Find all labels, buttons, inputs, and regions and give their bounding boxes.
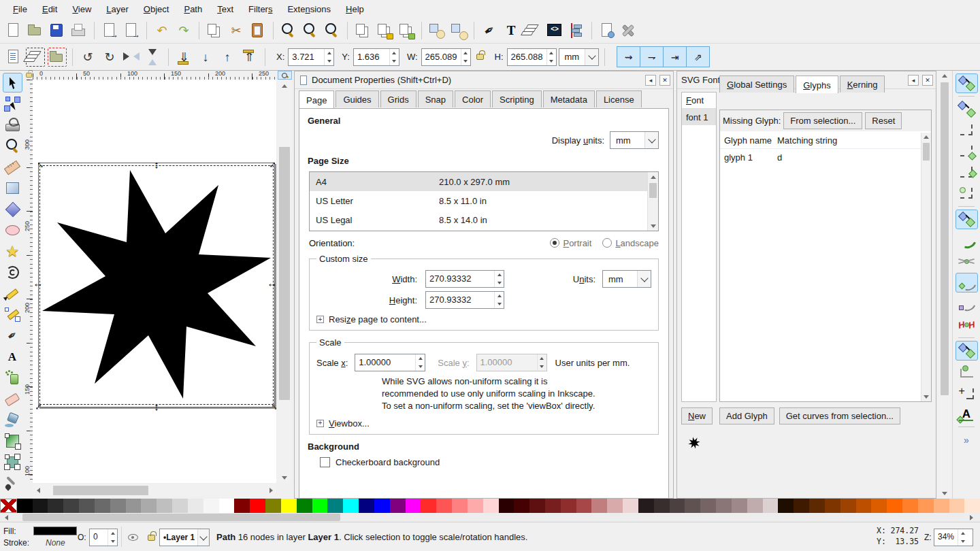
palette-swatch[interactable]	[234, 499, 250, 513]
palette-swatch[interactable]	[964, 499, 980, 513]
menu-file[interactable]: File	[5, 2, 35, 16]
menu-layer[interactable]: Layer	[99, 2, 136, 16]
measure-tool[interactable]	[3, 157, 22, 177]
palette-scrollbar[interactable]	[0, 513, 980, 522]
snap-bbox-edges-toggle[interactable]	[956, 120, 978, 140]
palette-swatch[interactable]	[374, 499, 390, 513]
palette-swatch[interactable]	[483, 499, 499, 513]
palette-swatch[interactable]	[312, 499, 328, 513]
chevron-down-icon[interactable]	[637, 271, 651, 287]
page-size-row[interactable]: US Letter 8.5 x 11.0 in	[310, 191, 647, 210]
tweak-tool[interactable]	[3, 115, 22, 135]
height-field[interactable]: 265.088	[507, 48, 557, 66]
snap-others-toggle[interactable]	[956, 341, 978, 361]
from-selection-button[interactable]: From selection...	[783, 112, 862, 129]
page-size-row[interactable]: US Legal 8.5 x 14.0 in	[310, 210, 647, 229]
palette-swatch[interactable]	[79, 499, 95, 513]
scroll-down-icon[interactable]	[921, 393, 931, 401]
palette-swatch[interactable]	[638, 499, 654, 513]
tab[interactable]: Glyphs	[796, 76, 838, 93]
move-gradients-toggle[interactable]: ⇥	[663, 46, 687, 67]
select-all-layers-icon[interactable]	[25, 47, 46, 67]
snap-text-baseline-toggle[interactable]: A	[956, 404, 978, 424]
paste-icon[interactable]	[248, 20, 268, 41]
opacity-spinner[interactable]	[108, 529, 117, 546]
box3d-tool[interactable]	[3, 199, 22, 219]
palette-swatch[interactable]	[17, 499, 33, 513]
layer-combo[interactable]: •Layer 1	[159, 529, 210, 546]
menu-edit[interactable]: Edit	[35, 2, 65, 16]
tab[interactable]: Grids	[380, 90, 416, 107]
palette-swatch[interactable]	[918, 499, 934, 513]
zoom-tool[interactable]	[3, 136, 22, 156]
snap-path-intersections-toggle[interactable]	[956, 252, 978, 271]
glyph-table-scrollbar[interactable]	[921, 133, 931, 401]
get-curves-button[interactable]: Get curves from selection...	[779, 407, 900, 424]
scrollbar-thumb[interactable]	[649, 183, 657, 198]
glyph-row[interactable]: glyph 1 d	[720, 149, 921, 165]
menu-path[interactable]: Path	[176, 2, 210, 16]
palette-swatch[interactable]	[716, 499, 732, 513]
spiral-tool[interactable]	[3, 263, 22, 282]
palette-swatch[interactable]	[297, 499, 312, 513]
display-units-combo[interactable]: mm	[610, 131, 659, 149]
layer-lock-icon[interactable]	[148, 535, 155, 541]
expand-icon[interactable]: +	[316, 316, 324, 323]
scroll-up-icon[interactable]	[921, 133, 931, 141]
tab[interactable]: Kerning	[840, 76, 885, 93]
scrollbar-thumb[interactable]	[22, 514, 340, 521]
scale-handle[interactable]: ↕	[269, 280, 276, 290]
canvas-horizontal-scrollbar[interactable]	[33, 484, 276, 497]
zoom-page-icon[interactable]	[322, 20, 342, 41]
vertical-ruler[interactable]: 300250200150100	[24, 80, 33, 483]
palette-swatch[interactable]	[421, 499, 436, 513]
scroll-down-icon[interactable]	[648, 221, 658, 231]
cut-icon[interactable]: ✂	[226, 20, 246, 41]
palette-swatch[interactable]	[732, 499, 747, 513]
scroll-right-icon[interactable]	[265, 484, 276, 497]
snap-line-midpoints-toggle[interactable]	[956, 315, 978, 335]
custom-units-combo[interactable]: mm	[602, 270, 651, 288]
canvas-viewport[interactable]: ↕ ↕ ↕ ↕ ↕ ↕ ↕ ↕	[33, 80, 276, 483]
custom-width-field[interactable]: 270.93332	[425, 270, 504, 288]
viewbox-expander[interactable]: + Viewbox...	[316, 418, 651, 429]
snap-to-paths-toggle[interactable]	[956, 231, 978, 250]
palette-swatch[interactable]	[188, 499, 203, 513]
rotate-cw-icon[interactable]: ↻	[99, 47, 120, 67]
snap-rotation-centers-toggle[interactable]	[956, 383, 978, 403]
opacity-field[interactable]: 0	[89, 529, 118, 546]
pen-tool[interactable]	[3, 305, 22, 324]
new-document-icon[interactable]	[3, 20, 24, 41]
palette-swatch[interactable]	[499, 499, 514, 513]
layer-visibility-icon[interactable]	[128, 534, 138, 541]
menu-filters[interactable]: Filters	[241, 2, 280, 16]
palette-swatch[interactable]	[670, 499, 685, 513]
close-panel-icon[interactable]: ✕	[659, 75, 670, 86]
palette-swatch[interactable]	[327, 499, 343, 513]
palette-swatch[interactable]	[250, 499, 265, 513]
canvas-vertical-scrollbar[interactable]	[278, 80, 291, 483]
collapse-panel-icon[interactable]: ◂	[645, 75, 656, 86]
reset-button[interactable]: Reset	[865, 112, 902, 129]
glyph-name-column[interactable]: Glyph name	[720, 135, 777, 146]
x-field[interactable]: 3.721	[288, 48, 334, 66]
palette-swatch[interactable]	[591, 499, 607, 513]
scroll-down-icon[interactable]	[278, 472, 291, 483]
ungroup-icon[interactable]	[448, 20, 469, 41]
snap-bbox-centers-toggle[interactable]	[956, 184, 978, 203]
scale-stroke-toggle[interactable]: ⇝	[617, 46, 640, 67]
bucket-fill-tool[interactable]	[3, 410, 22, 430]
palette-swatch[interactable]	[514, 499, 529, 513]
palette-swatch[interactable]	[452, 499, 468, 513]
raise-to-top-icon[interactable]: ⇑	[239, 47, 259, 67]
lower-to-bottom-icon[interactable]: ⇓	[174, 47, 194, 67]
palette-swatch[interactable]	[871, 499, 887, 513]
zoom-selection-icon[interactable]	[278, 20, 299, 41]
rotate-ccw-icon[interactable]: ↺	[78, 47, 98, 67]
rectangle-tool[interactable]	[3, 178, 22, 198]
move-patterns-toggle[interactable]: ⇗	[686, 46, 710, 67]
palette-swatch[interactable]	[607, 499, 623, 513]
node-tool[interactable]	[3, 94, 22, 114]
chevron-down-icon[interactable]	[197, 529, 209, 546]
palette-swatch[interactable]	[157, 499, 172, 513]
